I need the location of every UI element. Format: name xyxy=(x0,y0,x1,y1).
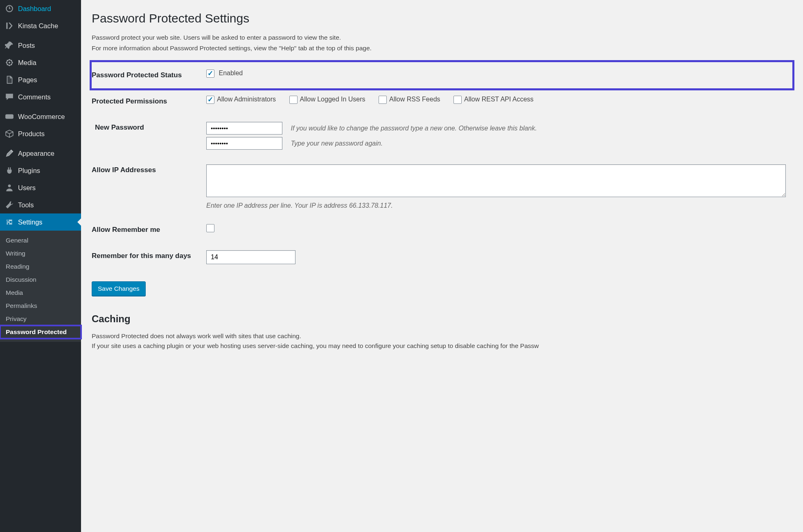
dashboard-icon xyxy=(5,4,14,13)
sidebar-item-label: Pages xyxy=(18,76,37,84)
remember-days-row: Remember for this many days xyxy=(92,243,792,272)
sidebar-item-dashboard[interactable]: Dashboard xyxy=(0,0,81,17)
perm-admin-checkbox[interactable] xyxy=(206,96,214,104)
save-changes-button[interactable]: Save Changes xyxy=(92,281,146,296)
perm-rss-checkbox[interactable] xyxy=(379,96,387,104)
status-enabled-checkbox[interactable] xyxy=(206,70,214,78)
sidebar-item-label: Settings xyxy=(18,218,43,226)
submenu-password-protected[interactable]: Password Protected xyxy=(0,325,81,339)
svg-point-4 xyxy=(8,184,11,187)
caching-description: Password Protected does not always work … xyxy=(92,331,792,351)
permissions-label: Protected Permissions xyxy=(92,88,206,114)
submenu-privacy[interactable]: Privacy xyxy=(0,312,81,325)
remember-label: Allow Remember me xyxy=(92,217,206,243)
products-icon xyxy=(5,129,14,138)
sidebar-item-label: Posts xyxy=(18,42,35,49)
sidebar-item-woocommerce[interactable]: WooCommerce xyxy=(0,108,81,125)
perm-rest-label[interactable]: Allow REST API Access xyxy=(453,96,534,103)
submenu-discussion[interactable]: Discussion xyxy=(0,273,81,286)
new-password-input[interactable] xyxy=(206,122,282,135)
submenu-permalinks[interactable]: Permalinks xyxy=(0,299,81,312)
admin-sidebar: Dashboard Kinsta Cache Posts Media Pages… xyxy=(0,0,81,532)
allow-ip-label: Allow IP Addresses xyxy=(92,157,206,217)
remember-days-label: Remember for this many days xyxy=(92,243,206,272)
new-password-row: New Password If you would like to change… xyxy=(92,114,792,157)
allow-ip-row: Allow IP Addresses Enter one IP address … xyxy=(92,157,792,217)
remember-checkbox[interactable] xyxy=(206,224,214,232)
sidebar-item-label: Plugins xyxy=(18,167,40,175)
users-icon xyxy=(5,183,14,192)
sidebar-item-users[interactable]: Users xyxy=(0,179,81,196)
sidebar-item-label: Users xyxy=(18,184,36,192)
allow-ip-description: Enter one IP address per line. Your IP i… xyxy=(206,202,788,209)
perm-rss-label[interactable]: Allow RSS Feeds xyxy=(379,96,440,103)
sidebar-item-label: Media xyxy=(18,59,36,67)
sidebar-item-comments[interactable]: Comments xyxy=(0,88,81,106)
svg-point-7 xyxy=(8,223,9,224)
appearance-icon xyxy=(5,149,14,158)
plugins-icon xyxy=(5,166,14,175)
svg-rect-3 xyxy=(5,114,14,119)
status-label: Password Protected Status xyxy=(92,62,206,88)
svg-point-6 xyxy=(10,221,11,222)
page-icon xyxy=(5,75,14,84)
sidebar-item-label: Comments xyxy=(18,93,51,101)
perm-admin-label[interactable]: Allow Administrators xyxy=(206,96,276,103)
kinsta-icon xyxy=(5,21,14,30)
sidebar-item-label: Dashboard xyxy=(18,5,51,13)
submenu-writing[interactable]: Writing xyxy=(0,247,81,260)
sidebar-item-settings[interactable]: Settings xyxy=(0,213,81,231)
sidebar-item-media[interactable]: Media xyxy=(0,54,81,71)
perm-logged-checkbox[interactable] xyxy=(289,96,298,104)
sidebar-item-posts[interactable]: Posts xyxy=(0,37,81,54)
sidebar-item-tools[interactable]: Tools xyxy=(0,196,81,213)
perm-logged-label[interactable]: Allow Logged In Users xyxy=(289,96,365,103)
settings-submenu: General Writing Reading Discussion Media… xyxy=(0,231,81,342)
svg-rect-2 xyxy=(7,76,12,83)
new-password-help: If you would like to change the password… xyxy=(291,125,537,132)
sidebar-item-label: Products xyxy=(18,130,45,138)
confirm-password-input[interactable] xyxy=(206,137,282,150)
svg-point-1 xyxy=(9,62,10,63)
page-description: Password protect your web site. Users wi… xyxy=(92,33,792,53)
svg-point-5 xyxy=(7,220,9,221)
sidebar-item-products[interactable]: Products xyxy=(0,125,81,142)
status-row: Password Protected Status Enabled xyxy=(92,62,792,88)
sidebar-item-label: Appearance xyxy=(18,150,54,157)
sidebar-item-kinsta[interactable]: Kinsta Cache xyxy=(0,17,81,34)
main-content: Password Protected Settings Password pro… xyxy=(81,0,803,532)
comment-icon xyxy=(5,92,14,101)
submenu-reading[interactable]: Reading xyxy=(0,260,81,273)
perm-rest-checkbox[interactable] xyxy=(453,96,462,104)
sidebar-item-label: WooCommerce xyxy=(18,113,65,121)
sidebar-item-pages[interactable]: Pages xyxy=(0,71,81,88)
caching-heading: Caching xyxy=(92,313,792,325)
tools-icon xyxy=(5,200,14,209)
sidebar-item-appearance[interactable]: Appearance xyxy=(0,145,81,162)
pin-icon xyxy=(5,41,14,50)
status-enabled-label[interactable]: Enabled xyxy=(206,70,243,76)
confirm-password-help: Type your new password again. xyxy=(291,140,383,147)
allow-ip-textarea[interactable] xyxy=(206,164,786,197)
page-title: Password Protected Settings xyxy=(92,11,792,25)
remember-days-input[interactable] xyxy=(206,250,295,264)
permissions-row: Protected Permissions Allow Administrato… xyxy=(92,88,792,114)
submenu-media[interactable]: Media xyxy=(0,286,81,299)
settings-icon xyxy=(5,218,14,227)
sidebar-item-label: Kinsta Cache xyxy=(18,22,58,30)
sidebar-item-label: Tools xyxy=(18,201,34,209)
media-icon xyxy=(5,58,14,67)
remember-row: Allow Remember me xyxy=(92,217,792,243)
new-password-label: New Password xyxy=(92,114,206,157)
submenu-general[interactable]: General xyxy=(0,234,81,247)
sidebar-item-plugins[interactable]: Plugins xyxy=(0,162,81,179)
woo-icon xyxy=(5,112,14,121)
